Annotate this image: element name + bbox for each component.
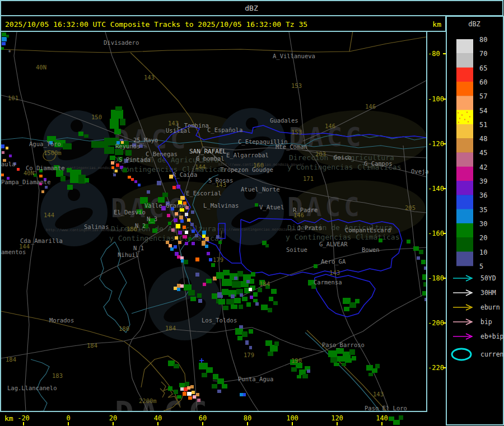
scale-tick-label: 42 <box>479 163 487 171</box>
map-label: 184 <box>6 356 16 363</box>
radar-echo-cell <box>185 382 189 386</box>
scale-swatch <box>456 152 473 167</box>
map-label: 40N <box>24 170 34 176</box>
map-label: Mte_Coman <box>276 143 307 151</box>
radar-echo-cell <box>84 134 88 138</box>
radar-echo-cell <box>372 368 377 373</box>
radar-echo-cell <box>167 214 170 217</box>
radar-echo-cell <box>162 193 168 197</box>
radar-echo-cell <box>274 341 279 346</box>
radar-echo-cell <box>344 307 349 311</box>
radar-echo-cell <box>368 373 373 376</box>
radar-echo-cell <box>253 292 258 297</box>
map-label: G_Campos <box>364 160 393 167</box>
map-label: 1500m <box>44 149 62 156</box>
map-label: V_Atuel <box>259 204 284 211</box>
scale-swatch <box>456 96 473 110</box>
map-label: 143 <box>144 74 155 81</box>
radar-echo-cell <box>349 349 355 355</box>
radar-echo-cell <box>138 184 141 186</box>
radar-echo-cell <box>177 288 180 291</box>
map-label: J_Prats <box>297 224 322 232</box>
radar-echo-cell <box>231 305 237 309</box>
radar-echo-cell <box>185 242 188 245</box>
radar-echo-cell <box>6 35 9 38</box>
radar-echo-cell <box>176 224 180 228</box>
y-axis-tick-label: -220 <box>428 364 444 372</box>
radar-echo-cell <box>207 252 210 255</box>
radar-echo-cell <box>242 297 248 301</box>
radar-echo-cell <box>185 231 188 234</box>
map-label: Morados <box>49 317 74 324</box>
radar-echo-cell <box>180 284 184 288</box>
radar-echo-cell <box>198 299 202 303</box>
radar-echo-cell <box>2 32 6 36</box>
radar-echo-cell <box>242 331 248 337</box>
radar-app-window: dBZ 2025/10/05 16:32:00 UTC Composite Tr… <box>0 0 504 426</box>
radar-echo-cell <box>268 352 273 356</box>
x-axis-tick-label: 140 <box>376 414 388 422</box>
radar-echo-cell <box>111 110 123 119</box>
scale-swatch <box>456 167 473 181</box>
scale-tick-label: 60 <box>479 78 487 86</box>
radar-echo-cell <box>192 391 195 394</box>
radar-echo-cell <box>222 279 232 286</box>
radar-echo-cell <box>9 155 12 157</box>
map-label: 203 <box>315 151 326 157</box>
radar-echo-cell <box>240 393 243 396</box>
scale-title: dBZ <box>468 20 480 28</box>
radar-echo-cell <box>223 270 230 275</box>
y-axis-tick-label: -160 <box>428 230 444 237</box>
radar-echo-cell <box>128 176 131 179</box>
map-label: 2200m <box>139 397 157 404</box>
radar-echo-cell <box>114 129 121 134</box>
scale-swatch <box>456 68 473 82</box>
map-label: 146 <box>325 123 335 129</box>
map-label: E_Algarrobal <box>226 152 269 159</box>
map-label: Los_Toldos <box>202 317 237 324</box>
radar-echo-cell <box>337 356 345 362</box>
map-label: 184 <box>87 342 97 349</box>
radar-echo-cell <box>399 415 403 420</box>
radar-echo-cell <box>60 176 66 181</box>
radar-echo-cell <box>125 150 132 156</box>
legend-label: 30HM <box>480 289 496 297</box>
radar-echo-cell <box>78 132 83 136</box>
radar-echo-cell <box>235 328 243 335</box>
radar-echo-cell <box>179 216 183 219</box>
y-axis-tick-label: -180 <box>428 274 444 282</box>
map-label: Agua_Toro <box>29 141 61 148</box>
radar-echo-cell <box>177 255 180 259</box>
radar-echo-cell <box>297 375 301 378</box>
map-label: Pampa_Diamante <box>1 179 51 186</box>
radar-echo-cell <box>258 288 262 292</box>
scale-swatch-speckle <box>458 113 459 114</box>
radar-echo-cell <box>203 283 206 286</box>
radar-echo-cell <box>421 260 426 264</box>
map-label: Bowen <box>362 246 380 253</box>
map-label: 184 <box>259 280 270 287</box>
radar-echo-cell <box>188 290 195 296</box>
radar-echo-cell <box>211 263 215 267</box>
map-label: N_3 <box>147 216 157 223</box>
radar-echo-cell <box>269 297 273 301</box>
radar-echo-cell <box>111 166 114 169</box>
radar-echo-cell <box>1 144 4 148</box>
x-axis-tick-label: 0 <box>66 414 70 422</box>
radar-echo-cell <box>39 175 43 177</box>
timestamp-text: 2025/10/05 16:32:00 UTC Composite Tracks… <box>5 20 307 29</box>
scale-swatch <box>456 124 473 139</box>
x-axis-tick-label: 40 <box>154 414 162 422</box>
map-label: 143 <box>329 269 340 276</box>
radar-echo-cell <box>63 143 72 149</box>
map-label: Usilial <box>166 127 190 134</box>
map-label: SAN_RAFAEL <box>189 148 227 155</box>
radar-echo-cell <box>174 364 179 368</box>
map-label: 179 <box>244 352 254 358</box>
radar-echo-cell <box>166 241 169 244</box>
map-label: Lag.Llancanelo <box>7 385 57 391</box>
radar-echo-cell <box>334 363 339 366</box>
map-label: Aero_GA <box>321 258 346 265</box>
scale-panel-frame <box>446 16 503 425</box>
radar-echo-cell <box>226 299 234 305</box>
